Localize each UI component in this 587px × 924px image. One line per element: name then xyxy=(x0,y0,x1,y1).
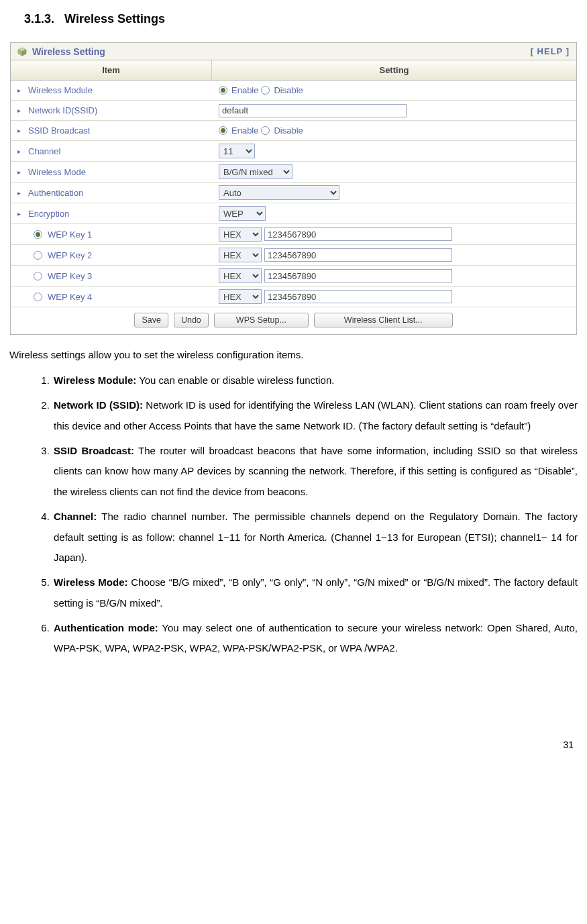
list-item: SSID Broadcast: The router will broadcas… xyxy=(52,441,578,503)
panel-title-left: Wireless Setting xyxy=(17,46,105,57)
ssid-input[interactable] xyxy=(219,104,407,117)
wep4-type-select[interactable]: HEX xyxy=(219,289,262,304)
list-item: Wireless Mode: Choose “B/G mixed”, “B on… xyxy=(52,572,578,614)
undo-button[interactable]: Undo xyxy=(174,313,209,327)
section-number: 3.1.3. xyxy=(24,12,54,25)
wireless-module-enable-radio[interactable] xyxy=(219,86,227,95)
panel-title-text: Wireless Setting xyxy=(32,46,105,57)
wireless-settings-panel: Wireless Setting [ HELP ] Item Setting ▸… xyxy=(10,42,577,335)
term: SSID Broadcast: xyxy=(54,445,134,456)
label-wireless-mode: Wireless Mode xyxy=(28,167,86,177)
ssid-broadcast-disable-radio[interactable] xyxy=(261,126,270,135)
section-heading: 3.1.3. Wireless Settings xyxy=(24,12,578,26)
ssid-broadcast-enable-radio[interactable] xyxy=(219,126,227,135)
wep4-radio[interactable] xyxy=(34,293,42,301)
wep2-key-input[interactable] xyxy=(264,248,452,262)
label-ssid-broadcast: SSID Broadcast xyxy=(28,125,91,136)
list-item: Channel: The radio channel number. The p… xyxy=(52,507,578,568)
panel-box-icon xyxy=(17,47,27,56)
label-wep3: WEP Key 3 xyxy=(48,271,92,281)
label-encryption: Encryption xyxy=(28,209,69,219)
list-item: Wireless Module: You can enable or disab… xyxy=(52,370,578,391)
wep2-radio[interactable] xyxy=(34,251,42,260)
caret-icon: ▸ xyxy=(17,189,24,197)
label-authentication: Authentication xyxy=(28,188,83,198)
caret-icon: ▸ xyxy=(17,127,24,134)
wps-setup-button[interactable]: WPS Setup... xyxy=(214,313,309,327)
row-authentication: ▸Authentication Auto xyxy=(11,183,576,203)
wep2-type-select[interactable]: HEX xyxy=(219,248,262,262)
list-item: Network ID (SSID): Network ID is used fo… xyxy=(52,395,578,437)
label-wireless-module: Wireless Module xyxy=(28,85,93,95)
label-wep2: WEP Key 2 xyxy=(48,250,92,260)
label-network-id: Network ID(SSID) xyxy=(28,105,97,115)
caret-icon: ▸ xyxy=(17,87,24,94)
wep1-key-input[interactable] xyxy=(264,227,452,241)
caret-icon: ▸ xyxy=(17,107,24,114)
wireless-module-disable-radio[interactable] xyxy=(261,86,270,95)
wep1-radio[interactable] xyxy=(34,230,42,239)
disable-label2: Disable xyxy=(274,125,303,136)
row-ssid-broadcast: ▸SSID Broadcast Enable Disable xyxy=(11,121,576,141)
wep4-key-input[interactable] xyxy=(264,290,452,303)
encryption-select[interactable]: WEP xyxy=(219,206,266,221)
caret-icon: ▸ xyxy=(17,168,24,176)
desc: The radio channel number. The permissibl… xyxy=(54,511,578,564)
term: Wireless Mode: xyxy=(54,576,127,588)
wireless-client-list-button[interactable]: Wireless Client List... xyxy=(314,313,453,327)
section-title: Wireless Settings xyxy=(64,12,165,25)
row-encryption: ▸Encryption WEP xyxy=(11,203,576,224)
enable-label2: Enable xyxy=(231,125,258,136)
label-wep4: WEP Key 4 xyxy=(48,292,92,302)
desc: Choose “B/G mixed”, “B only”, “G only”, … xyxy=(54,576,578,609)
row-network-id: ▸Network ID(SSID) xyxy=(11,101,576,121)
header-setting: Setting xyxy=(212,60,576,80)
authentication-select[interactable]: Auto xyxy=(219,185,339,200)
term: Channel: xyxy=(54,511,97,522)
row-wep4: WEP Key 4 HEX xyxy=(11,287,576,307)
grid-header: Item Setting xyxy=(11,60,576,81)
save-button[interactable]: Save xyxy=(134,313,168,327)
row-wep2: WEP Key 2 HEX xyxy=(11,245,576,266)
row-wireless-module: ▸Wireless Module Enable Disable xyxy=(11,81,576,101)
term: Network ID (SSID): xyxy=(54,399,143,411)
wep1-type-select[interactable]: HEX xyxy=(219,227,262,242)
channel-select[interactable]: 11 xyxy=(219,144,255,158)
button-bar: Save Undo WPS Setup... Wireless Client L… xyxy=(11,307,576,334)
panel-title-bar: Wireless Setting [ HELP ] xyxy=(11,43,576,60)
row-wep1: WEP Key 1 HEX xyxy=(11,224,576,245)
wep3-radio[interactable] xyxy=(34,272,42,280)
row-wep3: WEP Key 3 HEX xyxy=(11,266,576,287)
intro-text: Wireless settings allow you to set the w… xyxy=(9,347,578,362)
term: Authentication mode: xyxy=(54,622,158,633)
term: Wireless Module: xyxy=(54,374,136,386)
row-wireless-mode: ▸Wireless Mode B/G/N mixed xyxy=(11,162,576,183)
description-list: Wireless Module: You can enable or disab… xyxy=(9,370,578,659)
desc: You can enable or disable wireless funct… xyxy=(136,374,334,386)
wireless-mode-select[interactable]: B/G/N mixed xyxy=(219,164,292,179)
caret-icon: ▸ xyxy=(17,148,24,155)
wep3-key-input[interactable] xyxy=(264,269,452,283)
wep3-type-select[interactable]: HEX xyxy=(219,268,262,283)
help-link[interactable]: [ HELP ] xyxy=(531,46,570,56)
caret-icon: ▸ xyxy=(17,210,24,217)
row-channel: ▸Channel 11 xyxy=(11,141,576,162)
page-number: 31 xyxy=(9,739,578,750)
list-item: Authentication mode: You may select one … xyxy=(52,618,578,660)
label-wep1: WEP Key 1 xyxy=(48,229,92,240)
header-item: Item xyxy=(11,60,212,80)
enable-label: Enable xyxy=(231,85,258,95)
label-channel: Channel xyxy=(28,146,60,156)
disable-label: Disable xyxy=(274,85,303,95)
